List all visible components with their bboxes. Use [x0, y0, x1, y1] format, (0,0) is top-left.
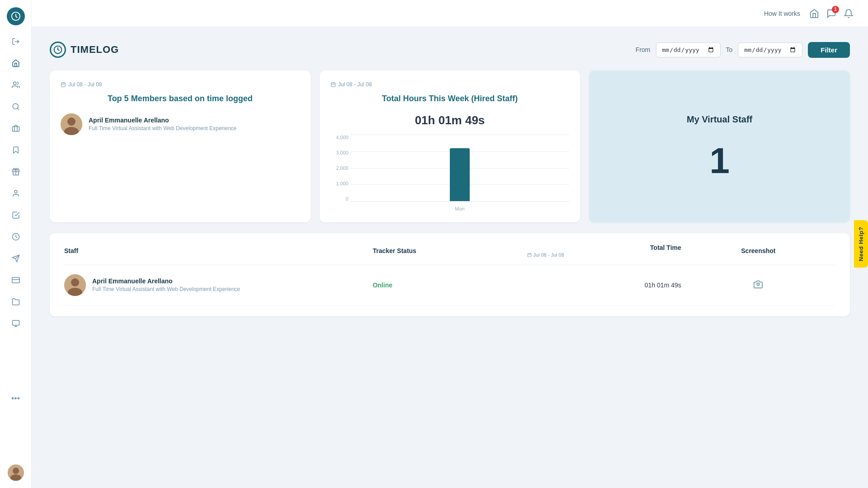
th-staff: Staff [64, 244, 373, 265]
bar-chart: 4,000 3,000 2,000 1,000 0 [330, 135, 570, 211]
member-avatar [61, 113, 82, 135]
svg-rect-21 [61, 83, 66, 87]
td-time: 01h 01m 49s [527, 265, 681, 305]
th-tracker-status: Tracker Status [373, 244, 527, 265]
to-date-input[interactable] [738, 42, 802, 57]
sidebar-item-bookmark[interactable] [7, 141, 25, 159]
date-filter: From To Filter [636, 42, 850, 58]
sidebar-item-login[interactable] [7, 33, 25, 51]
member-row: April Emmanuelle Arellano Full Time Virt… [61, 113, 300, 135]
user-avatar[interactable] [8, 465, 24, 481]
from-date-input[interactable] [656, 42, 721, 57]
svg-rect-14 [12, 320, 19, 325]
top-members-card: Jul 08 - Jul 08 Top 5 Members based on t… [50, 70, 311, 222]
sidebar-item-monitor[interactable] [7, 314, 25, 333]
chat-icon-btn[interactable]: 1 [826, 9, 836, 19]
svg-point-26 [67, 117, 75, 126]
svg-rect-5 [12, 127, 19, 131]
svg-line-4 [17, 108, 19, 109]
app-logo: TIMELOG [50, 42, 119, 58]
td-staff: April Emmanuelle Arellano Full Time Virt… [64, 274, 373, 296]
sidebar-item-tasks[interactable] [7, 206, 25, 224]
page-header: TIMELOG From To Filter [50, 42, 850, 58]
member-info: April Emmanuelle Arellano Full Time Virt… [89, 117, 236, 132]
sidebar-item-files[interactable] [7, 293, 25, 311]
sidebar-item-more[interactable]: ••• [7, 389, 25, 408]
sidebar-logo[interactable] [7, 7, 25, 25]
y-label-0: 0 [330, 196, 349, 202]
y-label-2000: 2,000 [330, 165, 349, 171]
member-role: Full Time Virtual Assistant with Web Dev… [89, 125, 236, 132]
topbar-icons: 1 [809, 9, 854, 19]
svg-point-39 [757, 283, 760, 286]
staff-info: April Emmanuelle Arellano Full Time Virt… [92, 277, 240, 293]
svg-rect-28 [331, 83, 335, 87]
sidebar-item-search[interactable] [7, 98, 25, 116]
to-label: To [726, 46, 733, 53]
sidebar: ••• [0, 0, 32, 488]
cards-row: Jul 08 - Jul 08 Top 5 Members based on t… [50, 70, 850, 222]
sidebar-item-billing[interactable] [7, 271, 25, 289]
main-content: How It works 1 TIMELOG From [32, 0, 868, 488]
y-label-1000: 1,000 [330, 181, 349, 186]
sidebar-item-home[interactable] [7, 54, 25, 72]
svg-point-2 [13, 82, 16, 84]
app-name: TIMELOG [71, 44, 119, 56]
y-label-4000: 4,000 [330, 135, 349, 140]
how-it-works-link[interactable]: How It works [764, 10, 800, 17]
filter-button[interactable]: Filter [808, 42, 850, 58]
y-label-3000: 3,000 [330, 150, 349, 155]
td-screenshot[interactable] [681, 265, 835, 305]
sidebar-item-team[interactable] [7, 76, 25, 94]
table-row: April Emmanuelle Arellano Full Time Virt… [64, 265, 835, 305]
bar-mon [450, 148, 470, 202]
th-screenshot: Screenshot [681, 244, 835, 265]
staff-role: Full Time Virtual Assistant with Web Dev… [92, 286, 240, 293]
need-help-button[interactable]: Need Help? [854, 221, 868, 268]
from-label: From [636, 46, 651, 53]
sidebar-item-gifts[interactable] [7, 163, 25, 181]
total-hours-title: Total Hours This Week (Hired Staff) [330, 93, 570, 104]
app-logo-icon [50, 42, 66, 58]
screenshot-icon[interactable] [753, 281, 763, 291]
topbar: How It works 1 [32, 0, 868, 27]
total-hours-date: Jul 08 - Jul 08 [330, 81, 570, 88]
sidebar-item-send[interactable] [7, 249, 25, 267]
svg-point-37 [71, 278, 79, 286]
top-members-title: Top 5 Members based on time logged [61, 93, 300, 104]
svg-point-8 [14, 190, 17, 193]
top-members-date: Jul 08 - Jul 08 [61, 81, 300, 88]
sidebar-item-time[interactable] [7, 228, 25, 246]
tracker-status: Online [373, 282, 392, 289]
chat-notification-badge: 1 [832, 6, 839, 13]
total-hours-value: 01h 01m 49s [330, 113, 570, 127]
virtual-staff-count: 1 [709, 143, 730, 179]
staff-avatar [64, 274, 86, 296]
staff-table-container: Staff Tracker Status Total Time Jul 08 -… [50, 233, 850, 316]
virtual-staff-card: My Virtual Staff 1 [589, 70, 850, 222]
staff-table: Staff Tracker Status Total Time Jul 08 -… [64, 244, 835, 305]
staff-name: April Emmanuelle Arellano [92, 277, 240, 285]
member-name: April Emmanuelle Arellano [89, 117, 236, 124]
th-total-time: Total Time Jul 08 - Jul 08 [527, 244, 681, 265]
home-icon-btn[interactable] [809, 9, 819, 19]
svg-rect-12 [12, 277, 19, 283]
x-label-mon: Mon [455, 206, 464, 211]
svg-point-18 [13, 468, 19, 474]
bell-icon-btn[interactable] [844, 9, 854, 19]
sidebar-item-work[interactable] [7, 119, 25, 137]
total-hours-card: Jul 08 - Jul 08 Total Hours This Week (H… [320, 70, 580, 222]
svg-rect-32 [528, 253, 531, 257]
page-content: TIMELOG From To Filter Jul 08 - Jul 08 T… [32, 27, 868, 488]
svg-point-3 [13, 103, 18, 109]
th-date-range: Jul 08 - Jul 08 [527, 252, 681, 258]
virtual-staff-title: My Virtual Staff [687, 114, 752, 125]
need-help-wrap: Need Help? [854, 221, 868, 268]
sidebar-item-profile[interactable] [7, 184, 25, 202]
